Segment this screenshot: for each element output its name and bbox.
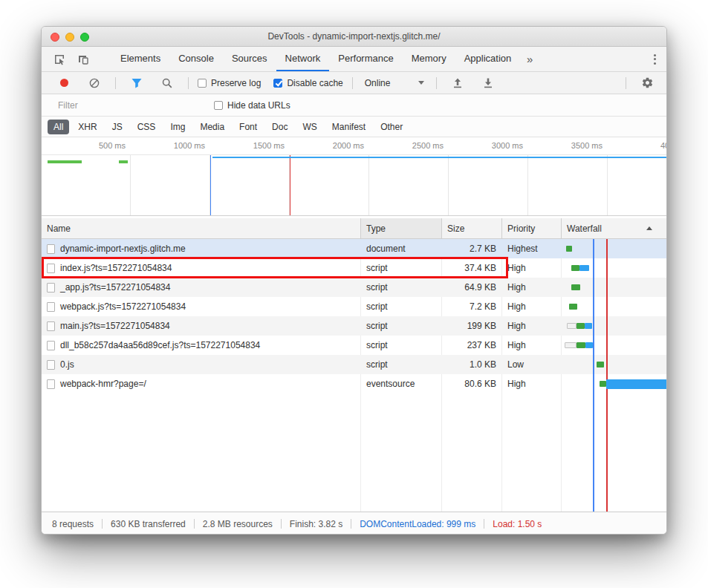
filter-chip-img[interactable]: Img bbox=[164, 120, 191, 134]
request-name: webpack.js?ts=1572271054834 bbox=[60, 301, 186, 312]
filter-chip-other[interactable]: Other bbox=[374, 120, 409, 134]
disable-cache-checkbox[interactable]: Disable cache bbox=[273, 78, 342, 88]
devtools-window: DevTools - dynamic-import-nextjs.glitch.… bbox=[41, 26, 667, 535]
column-header-type[interactable]: Type bbox=[361, 218, 442, 238]
file-icon bbox=[47, 283, 55, 293]
request-size: 199 KB bbox=[442, 316, 502, 336]
separator bbox=[626, 77, 626, 89]
column-header-waterfall[interactable]: Waterfall bbox=[562, 218, 666, 238]
filter-toggle-button[interactable] bbox=[125, 77, 149, 89]
table-row[interactable]: dynamic-import-nextjs.glitch.medocument2… bbox=[42, 239, 666, 258]
overview-ruler: 500 ms1000 ms1500 ms2000 ms2500 ms3000 m… bbox=[42, 137, 666, 155]
filter-chip-xhr[interactable]: XHR bbox=[72, 120, 103, 134]
tab-sources[interactable]: Sources bbox=[223, 47, 276, 71]
request-name-cell: main.js?ts=1572271054834 bbox=[42, 316, 361, 336]
overview-tick-label: 3000 ms bbox=[492, 141, 523, 150]
device-toolbar-button[interactable] bbox=[71, 47, 95, 71]
filter-chip-ws[interactable]: WS bbox=[296, 120, 322, 134]
checkbox-icon bbox=[214, 101, 223, 110]
filter-chip-all[interactable]: All bbox=[48, 120, 69, 134]
separator bbox=[352, 77, 353, 89]
window-title: DevTools - dynamic-import-nextjs.glitch.… bbox=[42, 27, 666, 46]
domcontentloaded-marker bbox=[593, 239, 594, 512]
overview-tick-label: 500 ms bbox=[99, 141, 126, 150]
column-header-name[interactable]: Name bbox=[42, 218, 361, 238]
network-toolbar: Preserve log Disable cache Online bbox=[42, 72, 666, 94]
waterfall-cell bbox=[562, 278, 666, 297]
tab-performance[interactable]: Performance bbox=[329, 47, 402, 71]
filter-chip-media[interactable]: Media bbox=[194, 120, 230, 134]
timeline-overview[interactable]: 500 ms1000 ms1500 ms2000 ms2500 ms3000 m… bbox=[42, 137, 666, 216]
request-priority: High bbox=[502, 278, 562, 297]
table-row[interactable]: index.js?ts=1572271054834script37.4 KBHi… bbox=[42, 258, 666, 278]
column-header-priority[interactable]: Priority bbox=[502, 218, 562, 238]
zoom-window-button[interactable] bbox=[80, 33, 89, 42]
import-har-button[interactable] bbox=[446, 77, 470, 89]
tab-label: Elements bbox=[120, 53, 160, 64]
table-row[interactable]: _app.js?ts=1572271054834script64.9 KBHig… bbox=[42, 278, 666, 297]
checkbox-icon bbox=[198, 79, 207, 88]
request-name: webpack-hmr?page=/ bbox=[60, 379, 146, 389]
hide-data-urls-checkbox[interactable]: Hide data URLs bbox=[214, 100, 290, 111]
overview-tick-label: 1000 ms bbox=[174, 141, 205, 150]
request-size: 80.6 KB bbox=[442, 374, 502, 393]
filter-input[interactable] bbox=[56, 99, 183, 111]
file-icon bbox=[47, 264, 55, 273]
tab-application[interactable]: Application bbox=[455, 47, 521, 71]
inspect-element-button[interactable] bbox=[48, 47, 71, 71]
request-name-cell: dynamic-import-nextjs.glitch.me bbox=[42, 239, 361, 258]
request-type: script bbox=[361, 316, 442, 336]
tab-elements[interactable]: Elements bbox=[111, 47, 169, 71]
tab-network[interactable]: Network bbox=[276, 47, 330, 71]
desktop-background: DevTools - dynamic-import-nextjs.glitch.… bbox=[0, 0, 708, 588]
tab-memory[interactable]: Memory bbox=[403, 47, 455, 71]
status-request-count: 8 requests bbox=[52, 519, 94, 529]
column-label: Waterfall bbox=[567, 223, 602, 234]
waterfall-cell bbox=[562, 297, 666, 316]
request-size: 7.2 KB bbox=[442, 297, 502, 316]
table-row[interactable]: dll_b58c257da4aa56d89cef.js?ts=157227105… bbox=[42, 336, 666, 355]
gridline bbox=[368, 155, 369, 215]
separator bbox=[484, 519, 484, 529]
export-har-button[interactable] bbox=[476, 77, 500, 89]
filter-chip-doc[interactable]: Doc bbox=[266, 120, 293, 134]
search-button[interactable] bbox=[155, 77, 179, 89]
checkbox-icon bbox=[273, 79, 282, 88]
record-network-log-button[interactable] bbox=[52, 79, 76, 87]
more-tabs-button[interactable]: » bbox=[520, 47, 539, 71]
table-row[interactable]: webpack.js?ts=1572271054834script7.2 KBH… bbox=[42, 297, 666, 316]
window-titlebar[interactable]: DevTools - dynamic-import-nextjs.glitch.… bbox=[42, 27, 666, 47]
tab-label: Performance bbox=[338, 53, 393, 64]
waterfall-bar-blue bbox=[606, 379, 666, 389]
filter-chip-css[interactable]: CSS bbox=[131, 120, 162, 134]
throttling-select[interactable]: Online bbox=[362, 78, 427, 88]
waterfall-cell bbox=[562, 316, 666, 336]
status-resources: 2.8 MB resources bbox=[203, 519, 273, 529]
minimize-window-button[interactable] bbox=[65, 33, 74, 42]
request-name: main.js?ts=1572271054834 bbox=[60, 321, 170, 331]
request-type: script bbox=[361, 336, 442, 355]
request-name-cell: _app.js?ts=1572271054834 bbox=[42, 278, 361, 297]
filter-chip-font[interactable]: Font bbox=[233, 120, 263, 134]
waterfall-bar-wait bbox=[565, 342, 577, 348]
clear-network-log-button[interactable] bbox=[82, 77, 106, 89]
tab-label: Memory bbox=[412, 53, 446, 64]
column-label: Name bbox=[47, 223, 71, 234]
status-domcontentloaded[interactable]: DOMContentLoaded: 999 ms bbox=[360, 519, 475, 529]
filter-chip-manifest[interactable]: Manifest bbox=[326, 120, 371, 134]
request-type: script bbox=[361, 355, 442, 374]
status-load-time[interactable]: Load: 1.50 s bbox=[493, 519, 542, 529]
sort-ascending-icon[interactable] bbox=[646, 226, 652, 230]
table-row[interactable]: 0.jsscript1.0 KBLow bbox=[42, 355, 666, 374]
preserve-log-checkbox[interactable]: Preserve log bbox=[198, 78, 261, 88]
filter-chip-js[interactable]: JS bbox=[106, 120, 129, 134]
column-header-size[interactable]: Size bbox=[442, 218, 502, 238]
settings-button[interactable] bbox=[635, 76, 659, 89]
table-row[interactable]: webpack-hmr?page=/eventsource80.6 KBHigh bbox=[42, 374, 666, 393]
devtools-menu-button[interactable] bbox=[643, 47, 666, 71]
tab-console[interactable]: Console bbox=[169, 47, 223, 71]
separator bbox=[115, 77, 116, 89]
search-icon bbox=[161, 77, 173, 89]
table-row[interactable]: main.js?ts=1572271054834script199 KBHigh bbox=[42, 316, 666, 336]
close-window-button[interactable] bbox=[51, 33, 59, 42]
